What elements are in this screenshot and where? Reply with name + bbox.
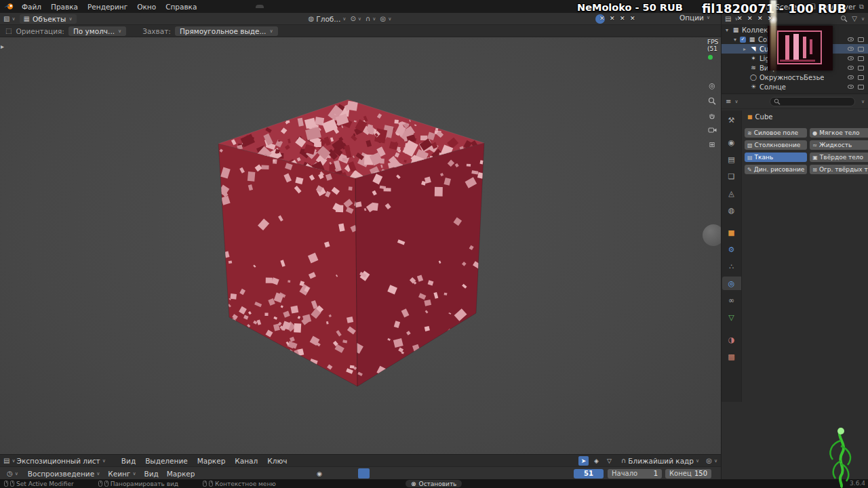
properties-breadcrumb[interactable]: ■ Cube <box>747 113 772 121</box>
workspace-tab[interactable] <box>264 5 272 8</box>
frame-end-field[interactable]: Конец150 <box>665 469 711 479</box>
expand-arrow-icon[interactable]: ▾ <box>734 37 740 43</box>
physics-enable-button[interactable]: ≈ Жидкость <box>810 140 868 150</box>
physics-enable-button[interactable]: ≋ Силовое поле <box>745 128 807 138</box>
workspace-tab[interactable] <box>223 5 231 8</box>
workspace-tab[interactable] <box>248 5 256 8</box>
menu-item[interactable]: Вид∨ <box>140 468 163 479</box>
disable-in-render-toggle[interactable] <box>856 66 865 70</box>
workspace-tab[interactable] <box>207 5 215 8</box>
workspace-tab[interactable] <box>280 5 288 8</box>
show-hidden-toggle[interactable]: ◈ <box>591 456 601 466</box>
pan-hand-icon[interactable] <box>708 112 716 120</box>
current-frame-field[interactable]: 51 <box>574 469 604 479</box>
properties-tab[interactable]: ∞ <box>722 293 741 307</box>
menu-item[interactable]: Ключ <box>262 455 292 466</box>
menu-item[interactable]: Рендеринг <box>83 1 132 12</box>
record-button[interactable]: ◉ <box>313 468 325 479</box>
viewport-3d[interactable] <box>0 37 721 454</box>
outliner-editor-icon[interactable]: ▤ <box>725 15 731 22</box>
toolbar-expand-arrow[interactable]: ▸ <box>1 43 4 50</box>
properties-tab[interactable]: ∴ <box>722 260 741 273</box>
properties-tab[interactable]: ▤ <box>722 152 741 166</box>
physics-enable-button[interactable]: ▧ Столкновение <box>745 140 807 150</box>
grab-mode-dropdown[interactable]: Прямоугольное выде...∨ <box>175 26 278 36</box>
menu-item[interactable]: Файл <box>17 1 46 12</box>
physics-enable-button[interactable]: ▤ Ткань <box>745 152 807 162</box>
properties-tab[interactable]: ⚒ <box>722 113 741 127</box>
workspace-tab[interactable] <box>256 5 264 8</box>
outliner-search-icon[interactable] <box>840 15 848 22</box>
dope-editor-type-dropdown[interactable]: ▤∨ <box>3 457 16 464</box>
collection-checkbox[interactable]: ✓ <box>740 37 746 43</box>
axis-gizmo-icon[interactable]: ◎ <box>709 81 715 90</box>
workspace-tab[interactable] <box>239 5 248 8</box>
workspace-tab[interactable] <box>231 5 239 8</box>
channel-filter-icon[interactable]: ▽ <box>604 456 614 466</box>
disable-in-render-toggle[interactable] <box>856 85 865 89</box>
menu-item[interactable]: Правка <box>46 1 83 12</box>
viewport-3d-cube[interactable] <box>0 37 721 454</box>
workspace-tab[interactable] <box>288 5 296 8</box>
menu-item[interactable]: Маркер∨ <box>163 468 199 479</box>
physics-enable-button[interactable]: ▣ Твёрдое тело <box>810 152 868 162</box>
physics-enable-button[interactable]: ✎ Дин. рисование <box>745 165 807 174</box>
properties-tab[interactable]: ❏ <box>722 169 741 183</box>
disable-in-render-toggle[interactable] <box>856 47 865 52</box>
properties-tab[interactable]: ◑ <box>722 333 741 346</box>
dope-mode-dropdown[interactable]: Экспозиционный лист∨ <box>17 457 106 465</box>
pivot-point-dropdown[interactable]: ⊙∨ <box>350 15 361 22</box>
only-selected-toggle[interactable]: ➤ <box>578 456 589 466</box>
frame-start-field[interactable]: Начало1 <box>608 469 662 479</box>
menu-item[interactable]: Вид <box>117 455 140 466</box>
expand-arrow-icon[interactable]: ▸ <box>743 46 749 52</box>
hide-in-viewport-toggle[interactable] <box>846 37 855 41</box>
hide-in-viewport-toggle[interactable] <box>846 85 855 89</box>
proportional-edit-toggle[interactable]: ◎∨ <box>380 15 391 22</box>
disable-in-render-toggle[interactable] <box>856 75 865 80</box>
properties-tab[interactable]: ◬ <box>722 186 741 200</box>
physics-enable-button[interactable]: ● Мягкое тело <box>810 128 868 138</box>
orientation-dropdown[interactable]: По умолч...∨ <box>68 26 126 36</box>
menu-item[interactable]: Окно <box>132 1 161 12</box>
menu-item[interactable]: Маркер <box>193 455 231 466</box>
workspace-tab[interactable] <box>215 5 223 8</box>
outliner-filter-icon[interactable]: ▽ <box>852 15 857 22</box>
physics-enable-button[interactable]: ⊞ Огр. твёрдых тел <box>810 165 868 174</box>
menu-item[interactable]: Справка <box>161 1 201 12</box>
menu-item[interactable]: Канал <box>230 455 262 466</box>
transform-orientation-dropdown[interactable]: ◍ Глоб... ∨ <box>309 15 347 23</box>
timeline-editor-icon-dropdown[interactable]: ◷∨ <box>3 468 22 479</box>
outliner-row[interactable]: ✓ ☀ Солнце <box>722 82 868 92</box>
properties-editor-icon[interactable]: ≡ <box>726 98 731 105</box>
stop-button[interactable]: ⊗ Остановить <box>406 480 462 487</box>
editor-type-dropdown[interactable]: ▧∨ <box>3 15 16 22</box>
menu-item[interactable]: Воспроизведение∨ <box>24 468 104 479</box>
perspective-toggle-icon[interactable]: ⊞ <box>709 140 715 149</box>
properties-search-input[interactable] <box>770 97 855 106</box>
properties-tab[interactable]: ◍ <box>722 203 741 217</box>
properties-tab[interactable]: ▩ <box>722 350 741 363</box>
outliner-row[interactable]: ✓ ◯ ОкружностьБезье <box>722 73 868 82</box>
camera-view-icon[interactable] <box>708 127 717 134</box>
disable-in-render-toggle[interactable] <box>856 56 865 61</box>
zoom-icon[interactable] <box>708 97 716 105</box>
properties-tab[interactable]: ▽ <box>722 310 741 324</box>
proportional-edit-dropdown[interactable]: ◎∨ <box>706 457 717 464</box>
menu-item[interactable]: Выделение <box>140 455 193 466</box>
hide-in-viewport-toggle[interactable] <box>846 47 855 51</box>
properties-tab[interactable]: ■ <box>722 226 741 239</box>
properties-tab[interactable]: ◉ <box>722 136 741 149</box>
menu-item[interactable]: Кеинг∨ <box>104 468 140 479</box>
mode-dropdown[interactable]: ▦ Объекты ∨ <box>20 14 77 24</box>
hide-in-viewport-toggle[interactable] <box>846 75 855 79</box>
workspace-tab[interactable] <box>272 5 280 8</box>
hide-in-viewport-toggle[interactable] <box>846 66 855 70</box>
properties-tab[interactable]: ◎ <box>722 277 741 290</box>
snap-mode-dropdown[interactable]: ∩Ближайший кадр∨ <box>621 457 699 465</box>
hide-in-viewport-toggle[interactable] <box>846 56 855 60</box>
snap-toggle[interactable]: ∩∨ <box>366 15 376 22</box>
new-layer-icon[interactable]: ⧉ <box>859 3 864 11</box>
properties-tab[interactable]: ⚙ <box>722 243 741 256</box>
disable-in-render-toggle[interactable] <box>856 37 865 42</box>
